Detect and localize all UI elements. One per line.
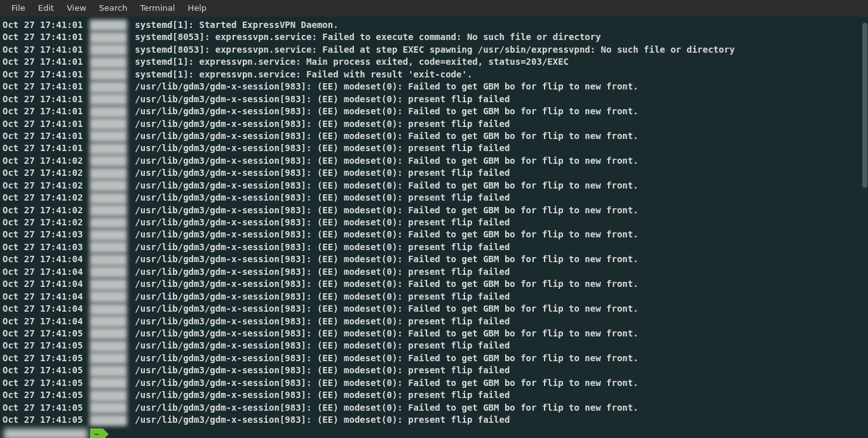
log-line: Oct 27 17:41:05 /usr/lib/gdm3/gdm-x-sess… bbox=[3, 402, 865, 414]
log-message: /usr/lib/gdm3/gdm-x-session[983]: (EE) m… bbox=[135, 291, 510, 302]
log-line: Oct 27 17:41:01 systemd[1]: expressvpn.s… bbox=[3, 56, 865, 68]
menu-view[interactable]: View bbox=[60, 0, 93, 17]
log-hostname-redacted bbox=[90, 415, 127, 427]
log-timestamp: Oct 27 17:41:04 bbox=[3, 279, 83, 289]
log-message: /usr/lib/gdm3/gdm-x-session[983]: (EE) m… bbox=[135, 156, 638, 166]
log-message: /usr/lib/gdm3/gdm-x-session[983]: (EE) m… bbox=[135, 106, 638, 116]
scrollbar[interactable] bbox=[862, 17, 868, 438]
log-message: systemd[8053]: expressvpn.service: Faile… bbox=[135, 44, 735, 55]
log-timestamp: Oct 27 17:41:05 bbox=[3, 378, 83, 388]
log-hostname-redacted bbox=[90, 143, 127, 155]
log-line: Oct 27 17:41:02 /usr/lib/gdm3/gdm-x-sess… bbox=[3, 192, 865, 204]
log-line: Oct 27 17:41:02 /usr/lib/gdm3/gdm-x-sess… bbox=[3, 216, 865, 229]
log-timestamp: Oct 27 17:41:04 bbox=[3, 254, 83, 264]
log-hostname-redacted bbox=[90, 20, 127, 32]
log-message: /usr/lib/gdm3/gdm-x-session[983]: (EE) m… bbox=[135, 168, 510, 178]
log-hostname-redacted bbox=[90, 81, 127, 93]
log-timestamp: Oct 27 17:41:01 bbox=[3, 20, 83, 30]
log-line: Oct 27 17:41:01 /usr/lib/gdm3/gdm-x-sess… bbox=[3, 118, 865, 130]
log-line: Oct 27 17:41:01 /usr/lib/gdm3/gdm-x-sess… bbox=[3, 105, 865, 117]
log-line: Oct 27 17:41:04 /usr/lib/gdm3/gdm-x-sess… bbox=[3, 253, 865, 265]
log-message: systemd[1]: Started ExpressVPN Daemon. bbox=[135, 20, 338, 30]
log-message: /usr/lib/gdm3/gdm-x-session[983]: (EE) m… bbox=[135, 131, 638, 141]
log-message: /usr/lib/gdm3/gdm-x-session[983]: (EE) m… bbox=[135, 328, 638, 338]
terminal-output[interactable]: Oct 27 17:41:01 systemd[1]: Started Expr… bbox=[0, 17, 868, 438]
log-hostname-redacted bbox=[90, 266, 127, 278]
menubar: FileEditViewSearchTerminalHelp bbox=[0, 0, 868, 17]
log-hostname-redacted bbox=[90, 180, 127, 192]
log-hostname-redacted bbox=[90, 303, 127, 315]
log-hostname-redacted bbox=[90, 328, 127, 340]
log-line: Oct 27 17:41:04 /usr/lib/gdm3/gdm-x-sess… bbox=[3, 315, 865, 328]
log-line: Oct 27 17:41:01 /usr/lib/gdm3/gdm-x-sess… bbox=[3, 130, 865, 142]
menu-help[interactable]: Help bbox=[181, 0, 213, 17]
log-timestamp: Oct 27 17:41:05 bbox=[3, 415, 83, 425]
log-hostname-redacted bbox=[90, 69, 127, 81]
log-timestamp: Oct 27 17:41:02 bbox=[3, 168, 83, 178]
log-hostname-redacted bbox=[90, 204, 127, 216]
log-timestamp: Oct 27 17:41:03 bbox=[3, 242, 83, 252]
log-timestamp: Oct 27 17:41:01 bbox=[3, 119, 83, 129]
log-timestamp: Oct 27 17:41:04 bbox=[3, 267, 83, 277]
menu-edit[interactable]: Edit bbox=[32, 0, 60, 17]
log-line: Oct 27 17:41:05 /usr/lib/gdm3/gdm-x-sess… bbox=[3, 377, 865, 389]
log-hostname-redacted bbox=[90, 155, 127, 167]
menu-terminal[interactable]: Terminal bbox=[133, 0, 181, 17]
log-message: /usr/lib/gdm3/gdm-x-session[983]: (EE) m… bbox=[135, 94, 510, 104]
log-hostname-redacted bbox=[90, 291, 127, 303]
log-message: systemd[1]: expressvpn.service: Failed w… bbox=[135, 69, 472, 79]
log-line: Oct 27 17:41:01 systemd[1]: expressvpn.s… bbox=[3, 69, 865, 81]
log-message: /usr/lib/gdm3/gdm-x-session[983]: (EE) m… bbox=[135, 316, 510, 326]
log-message: /usr/lib/gdm3/gdm-x-session[983]: (EE) m… bbox=[135, 303, 638, 314]
log-timestamp: Oct 27 17:41:04 bbox=[3, 291, 83, 302]
log-message: /usr/lib/gdm3/gdm-x-session[983]: (EE) m… bbox=[135, 279, 638, 289]
log-hostname-redacted bbox=[90, 106, 127, 118]
log-line: Oct 27 17:41:05 /usr/lib/gdm3/gdm-x-sess… bbox=[3, 389, 865, 401]
log-line: Oct 27 17:41:02 /usr/lib/gdm3/gdm-x-sess… bbox=[3, 167, 865, 179]
log-line: Oct 27 17:41:01 /usr/lib/gdm3/gdm-x-sess… bbox=[3, 142, 865, 154]
log-timestamp: Oct 27 17:41:01 bbox=[3, 94, 83, 104]
log-timestamp: Oct 27 17:41:05 bbox=[3, 365, 83, 375]
log-hostname-redacted bbox=[90, 192, 127, 204]
log-timestamp: Oct 27 17:41:02 bbox=[3, 180, 83, 190]
log-hostname-redacted bbox=[90, 229, 127, 241]
log-hostname-redacted bbox=[90, 32, 127, 44]
log-timestamp: Oct 27 17:41:05 bbox=[3, 340, 83, 350]
log-line: Oct 27 17:41:05 /usr/lib/gdm3/gdm-x-sess… bbox=[3, 328, 865, 340]
log-message: /usr/lib/gdm3/gdm-x-session[983]: (EE) m… bbox=[135, 143, 510, 153]
log-message: /usr/lib/gdm3/gdm-x-session[983]: (EE) m… bbox=[135, 205, 638, 215]
log-line: Oct 27 17:41:05 /usr/lib/gdm3/gdm-x-sess… bbox=[3, 352, 865, 364]
shell-prompt[interactable]: ~ bbox=[3, 427, 865, 438]
log-timestamp: Oct 27 17:41:01 bbox=[3, 44, 83, 55]
log-message: /usr/lib/gdm3/gdm-x-session[983]: (EE) m… bbox=[135, 180, 638, 190]
log-message: /usr/lib/gdm3/gdm-x-session[983]: (EE) m… bbox=[135, 267, 510, 277]
log-line: Oct 27 17:41:04 /usr/lib/gdm3/gdm-x-sess… bbox=[3, 303, 865, 315]
log-hostname-redacted bbox=[90, 279, 127, 291]
log-line: Oct 27 17:41:01 /usr/lib/gdm3/gdm-x-sess… bbox=[3, 93, 865, 105]
log-timestamp: Oct 27 17:41:05 bbox=[3, 402, 83, 413]
log-hostname-redacted bbox=[90, 130, 127, 142]
log-timestamp: Oct 27 17:41:01 bbox=[3, 56, 83, 67]
log-timestamp: Oct 27 17:41:04 bbox=[3, 303, 83, 314]
log-hostname-redacted bbox=[90, 402, 127, 414]
menu-file[interactable]: File bbox=[5, 0, 32, 17]
log-timestamp: Oct 27 17:41:02 bbox=[3, 192, 83, 202]
prompt-cwd: ~ bbox=[90, 428, 103, 438]
log-line: Oct 27 17:41:02 /usr/lib/gdm3/gdm-x-sess… bbox=[3, 180, 865, 192]
scrollbar-thumb[interactable] bbox=[862, 23, 867, 188]
log-message: /usr/lib/gdm3/gdm-x-session[983]: (EE) m… bbox=[135, 340, 510, 350]
log-timestamp: Oct 27 17:41:05 bbox=[3, 328, 83, 338]
log-timestamp: Oct 27 17:41:01 bbox=[3, 32, 83, 42]
log-message: /usr/lib/gdm3/gdm-x-session[983]: (EE) m… bbox=[135, 365, 510, 375]
log-line: Oct 27 17:41:04 /usr/lib/gdm3/gdm-x-sess… bbox=[3, 278, 865, 290]
log-message: /usr/lib/gdm3/gdm-x-session[983]: (EE) m… bbox=[135, 217, 510, 227]
log-timestamp: Oct 27 17:41:02 bbox=[3, 205, 83, 215]
log-hostname-redacted bbox=[90, 168, 127, 180]
log-hostname-redacted bbox=[90, 340, 127, 352]
log-line: Oct 27 17:41:03 /usr/lib/gdm3/gdm-x-sess… bbox=[3, 241, 865, 253]
log-line: Oct 27 17:41:01 systemd[1]: Started Expr… bbox=[3, 19, 865, 31]
log-message: /usr/lib/gdm3/gdm-x-session[983]: (EE) m… bbox=[135, 254, 638, 264]
log-hostname-redacted bbox=[90, 254, 127, 266]
menu-search[interactable]: Search bbox=[93, 0, 134, 17]
log-hostname-redacted bbox=[90, 56, 127, 69]
